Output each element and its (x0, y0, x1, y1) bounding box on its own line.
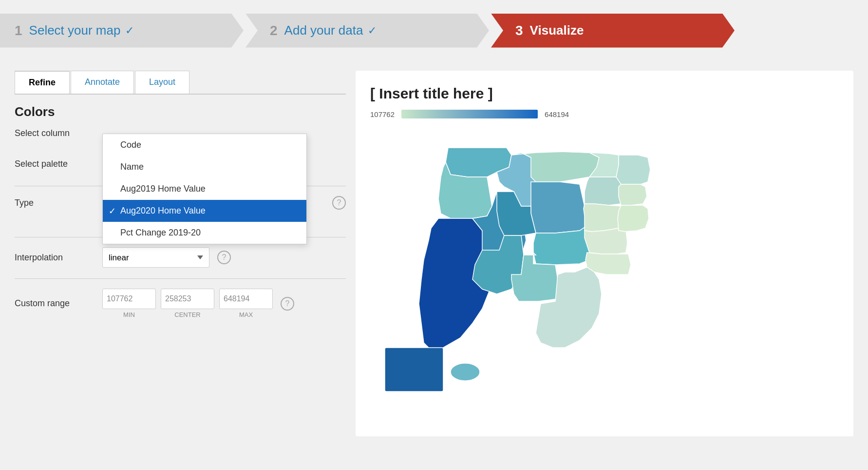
tab-refine[interactable]: Refine (15, 71, 70, 94)
dropdown-menu: Code Name Aug2019 Home Value ✓ Aug2020 H… (102, 134, 307, 244)
steps-bar: 1 Select your map ✓ 2 Add your data ✓ 3 … (0, 0, 868, 61)
step-1-label: Select your map (29, 23, 121, 38)
step-1-number: 1 (15, 23, 22, 39)
select-column-row: Select column Code Name Aug2019 Home Val… (15, 128, 346, 138)
range-help-icon[interactable]: ? (281, 297, 294, 311)
step-2-check: ✓ (368, 24, 377, 37)
step-2[interactable]: 2 Add your data ✓ (245, 14, 489, 48)
state-mn (616, 155, 650, 184)
interpolation-select[interactable]: linear quantile quantize (102, 247, 209, 268)
state-mo (618, 205, 649, 232)
range-min-input[interactable] (102, 289, 156, 309)
colors-section-title: Colors (15, 104, 346, 119)
type-help-icon[interactable]: ? (332, 196, 346, 210)
range-max-wrap: MAX (219, 289, 273, 318)
step-3[interactable]: 3 Visualize (491, 14, 735, 48)
interpolation-help-icon[interactable]: ? (217, 251, 231, 264)
select-column-label: Select column (15, 128, 102, 138)
state-ks (585, 228, 627, 254)
dropdown-option-aug2019[interactable]: Aug2019 Home Value (103, 178, 306, 200)
range-max-label: MAX (239, 311, 253, 318)
step-1[interactable]: 1 Select your map ✓ (0, 14, 244, 48)
state-ia (619, 184, 647, 205)
legend-gradient (401, 110, 538, 118)
legend-bar: 107762 648194 (370, 110, 839, 118)
range-center-input[interactable] (161, 289, 214, 309)
range-center-wrap: CENTER (161, 289, 214, 318)
custom-range-label: Custom range (15, 298, 102, 309)
dropdown-option-code[interactable]: Code (103, 134, 306, 156)
state-ak (385, 348, 443, 392)
map-container (370, 128, 839, 421)
main-content: Refine Annotate Layout Colors Select col… (0, 61, 868, 446)
divider-3 (15, 278, 346, 279)
dropdown-option-pct[interactable]: Pct Change 2019-20 (103, 222, 306, 244)
tab-annotate[interactable]: Annotate (71, 71, 134, 94)
legend-max-label: 648194 (545, 110, 569, 118)
dropdown-option-name[interactable]: Name (103, 156, 306, 178)
tabs: Refine Annotate Layout (15, 71, 346, 95)
range-inputs: MIN CENTER MAX (102, 289, 273, 318)
range-max-input[interactable] (219, 289, 273, 309)
custom-range-row: Custom range MIN CENTER MAX ? (15, 289, 346, 318)
map-title: [ Insert title here ] (370, 85, 839, 102)
legend-min-label: 107762 (370, 110, 395, 118)
state-hi (451, 363, 480, 381)
step-2-number: 2 (270, 23, 278, 39)
step-1-check: ✓ (125, 24, 134, 37)
interpolation-label: Interpolation (15, 253, 102, 263)
tab-layout[interactable]: Layout (135, 71, 189, 94)
select-palette-label: Select palette (15, 159, 102, 169)
step-2-label: Add your data (284, 23, 363, 38)
step-3-label: Visualize (530, 23, 584, 38)
selected-checkmark: ✓ (109, 206, 116, 216)
step-3-number: 3 (515, 23, 523, 39)
state-wy (531, 182, 587, 233)
type-label: Type (15, 198, 102, 208)
left-panel: Refine Annotate Layout Colors Select col… (15, 71, 346, 436)
range-min-label: MIN (123, 311, 135, 318)
interpolation-row: Interpolation linear quantile quantize ? (15, 247, 346, 268)
state-sd (585, 177, 623, 205)
right-panel: [ Insert title here ] 107762 648194 (356, 71, 853, 436)
dropdown-option-aug2020[interactable]: ✓ Aug2020 Home Value (103, 200, 306, 222)
range-min-wrap: MIN (102, 289, 156, 318)
range-center-label: CENTER (174, 311, 200, 318)
map-svg (370, 128, 711, 411)
